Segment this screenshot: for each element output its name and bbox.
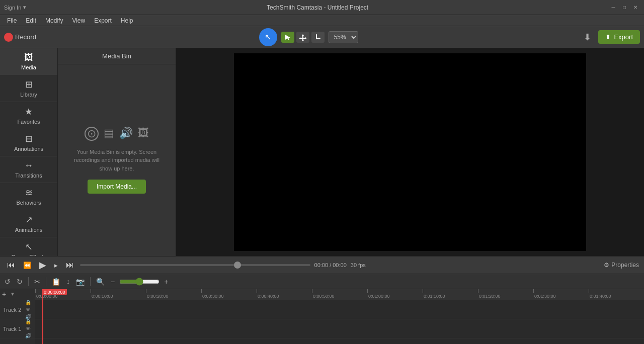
record-icon: [4, 33, 13, 42]
record-label: Record: [15, 33, 36, 41]
ruler-mark: 0:01:40;00: [589, 289, 611, 300]
playhead-stamp: [42, 300, 43, 344]
zoom-in-icon-button[interactable]: 🔍: [95, 277, 106, 287]
sidebar-item-transitions[interactable]: ↔ Transitions: [0, 156, 57, 183]
timeline-track-content[interactable]: [35, 300, 644, 344]
ruler-mark: 0:01:10;00: [423, 289, 445, 300]
export-button[interactable]: ⬆ Export: [598, 30, 640, 44]
transitions-icon: ↔: [24, 160, 33, 171]
sidebar-item-media[interactable]: 🖼 Media: [0, 48, 57, 75]
menu-view[interactable]: View: [68, 16, 89, 25]
close-button[interactable]: ✕: [631, 3, 640, 12]
undo-button[interactable]: ↺: [3, 277, 12, 287]
track-1-eye-button[interactable]: 👁: [25, 325, 32, 332]
track-row-1: [35, 319, 644, 338]
track-1-audio-button[interactable]: 🔊: [25, 332, 32, 339]
image-media-icon: 🖼: [138, 127, 149, 141]
step-back-button[interactable]: ⏪: [21, 261, 33, 270]
menu-modify[interactable]: Modify: [41, 16, 67, 25]
maximize-button[interactable]: □: [620, 3, 629, 12]
export-label: Export: [614, 33, 633, 41]
menu-bar: File Edit Modify View Export Help: [0, 15, 644, 26]
ruler-mark: 0:01:30;00: [533, 289, 556, 300]
track-1-label: Track 1: [3, 326, 21, 332]
favorites-icon: ★: [25, 106, 33, 117]
track-1-lock-button[interactable]: 🔒: [25, 318, 32, 325]
time-display: 00:00 / 00:00: [314, 262, 347, 268]
paste-button[interactable]: 📋: [50, 277, 62, 287]
playback-scrubber[interactable]: [80, 264, 310, 266]
download-icon-button[interactable]: ⬇: [581, 31, 594, 44]
sidebar-label-cursor-effects: Cursor Effects: [11, 254, 46, 256]
tool-buttons: [281, 32, 325, 43]
sign-in-button[interactable]: Sign In ▾: [4, 4, 26, 11]
toolbar-separator-1: [28, 277, 29, 286]
zoom-in-button[interactable]: +: [163, 277, 170, 287]
timeline-ruler-row: + ▼ 0:00:00;00 0:00:00;000:00:10;000:00:…: [0, 289, 644, 300]
sidebar-item-behaviors[interactable]: ≋ Behaviors: [0, 183, 57, 210]
track-labels: Track 2 🔒 👁 🔊 Track 1 🔒 👁 🔊: [0, 300, 35, 344]
sidebar-item-annotations[interactable]: ⊟ Annotations: [0, 129, 57, 156]
zoom-select[interactable]: 55%: [329, 31, 358, 43]
snapshot-button[interactable]: 📷: [74, 277, 86, 287]
svg-rect-1: [316, 38, 320, 39]
sidebar-label-library: Library: [20, 92, 37, 98]
timeline-toolbar: ↺ ↻ ✂ 📋 ↕ 📷 🔍 − +: [0, 274, 644, 289]
split-button[interactable]: ↕: [65, 277, 71, 287]
playback-bar: ⏮ ⏪ ▶ ▸ ⏭ 00:00 / 00:00 30 fps ⚙ Propert…: [0, 256, 644, 274]
step-forward-button[interactable]: ▸: [52, 261, 60, 270]
sidebar-item-cursor-effects[interactable]: ↖ Cursor Effects: [0, 237, 57, 256]
rewind-button[interactable]: ⏮: [5, 260, 17, 271]
select-tool-button[interactable]: [281, 32, 294, 43]
track-2-label: Track 2: [3, 307, 21, 313]
zoom-out-button[interactable]: −: [109, 277, 116, 287]
track-2-controls: 🔒 👁 🔊: [25, 300, 32, 320]
media-bin-header: Media Bin: [58, 48, 176, 64]
video-media-icon: ▤: [104, 127, 114, 141]
import-media-button[interactable]: Import Media...: [88, 180, 146, 194]
redo-button[interactable]: ↻: [15, 277, 24, 287]
sidebar-label-media: Media: [21, 64, 36, 70]
sidebar-item-favorites[interactable]: ★ Favorites: [0, 102, 57, 129]
track-2-eye-button[interactable]: 👁: [25, 306, 32, 313]
play-button[interactable]: ▶: [37, 259, 48, 272]
menu-file[interactable]: File: [3, 16, 21, 25]
track-2-lock-button[interactable]: 🔒: [25, 300, 32, 306]
track-label-1: Track 1 🔒 👁 🔊: [0, 319, 35, 338]
skip-forward-button[interactable]: ⏭: [64, 260, 76, 271]
minimize-button[interactable]: ─: [609, 3, 618, 12]
move-tool-button[interactable]: [296, 32, 309, 43]
timeline-tracks: Track 2 🔒 👁 🔊 Track 1 🔒 👁 🔊: [0, 300, 644, 344]
ruler-mark: 0:00:50;00: [312, 289, 335, 300]
toolbar-separator-2: [46, 277, 46, 286]
preview-canvas: [234, 53, 586, 251]
sidebar-label-annotations: Annotations: [14, 146, 43, 152]
media-icon: 🖼: [24, 52, 33, 63]
record-media-icon: ⊙: [85, 127, 99, 141]
menu-help[interactable]: Help: [117, 16, 137, 25]
cut-button[interactable]: ✂: [33, 277, 42, 287]
crop-tool-button[interactable]: [311, 32, 325, 43]
window-controls: ─ □ ✕: [609, 3, 640, 12]
media-bin-body: ⊙ ▤ 🔊 🖼 Your Media Bin is empty. Screen …: [58, 64, 176, 256]
timeline-zoom-slider[interactable]: [119, 278, 159, 286]
menu-export[interactable]: Export: [90, 16, 116, 25]
track-labels-header: + ▼: [0, 289, 35, 300]
toolbar: Record ↖ 55% ⬇ ⬆ Export: [0, 26, 644, 48]
timeline-ruler[interactable]: 0:00:00;00 0:00:00;000:00:10;000:00:20;0…: [35, 289, 644, 300]
ruler-mark: 0:00:20;00: [146, 289, 169, 300]
properties-button[interactable]: ⚙ Properties: [604, 262, 639, 269]
sign-in-label: Sign In: [4, 5, 21, 11]
sidebar-label-behaviors: Behaviors: [17, 200, 41, 206]
gear-icon: ⚙: [604, 262, 609, 269]
menu-edit[interactable]: Edit: [22, 16, 40, 25]
time-indicator: 0:00:00;00: [42, 289, 67, 295]
scrubber-thumb: [234, 262, 241, 269]
cursor-indicator: ↖: [259, 28, 277, 46]
add-track-button[interactable]: +: [2, 290, 6, 298]
sidebar-label-animations: Animations: [15, 227, 42, 233]
record-button[interactable]: Record: [4, 33, 36, 42]
sidebar-item-animations[interactable]: ↗ Animations: [0, 210, 57, 237]
behaviors-icon: ≋: [25, 187, 33, 198]
sidebar-item-library[interactable]: ⊞ Library: [0, 75, 57, 102]
